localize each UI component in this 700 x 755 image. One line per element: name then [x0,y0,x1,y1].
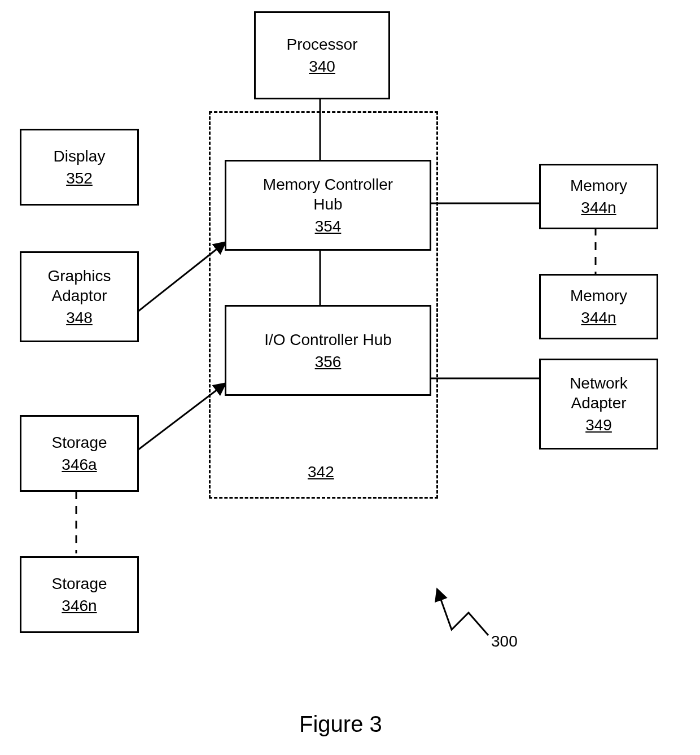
block-graphics: Graphics Adaptor 348 [20,251,139,342]
block-memory-top-label: Memory [570,176,627,195]
block-memory-top: Memory 344n [539,164,658,229]
block-network-adapter: Network Adapter 349 [539,359,658,449]
block-storage-n-ref: 346n [62,596,97,616]
block-display-ref: 352 [66,168,93,188]
chipset-ref: 342 [308,463,334,481]
block-memory-bot: Memory 344n [539,274,658,339]
block-processor-label: Processor [286,34,357,54]
block-display: Display 352 [20,129,139,206]
block-storage-n: Storage 346n [20,556,139,633]
block-mch-label: Memory Controller Hub [263,174,393,214]
diagram-canvas: Processor 340 342 Memory Controller Hub … [0,0,700,755]
block-memory-top-ref: 344n [581,198,616,217]
block-graphics-ref: 348 [66,308,93,328]
system-ref-label: 300 [491,632,518,651]
system-ref-pointer [438,590,488,635]
block-storage-a: Storage 346a [20,415,139,492]
block-display-label: Display [54,146,106,166]
block-memory-bot-label: Memory [570,286,627,306]
block-network-adapter-label: Network Adapter [570,373,628,413]
block-graphics-label: Graphics Adaptor [47,266,111,306]
block-processor: Processor 340 [254,11,390,99]
block-ich-label: I/O Controller Hub [264,330,392,350]
block-mch-ref: 354 [315,216,342,236]
block-storage-n-label: Storage [51,574,107,593]
block-network-adapter-ref: 349 [585,415,612,435]
block-memory-bot-ref: 344n [581,308,616,328]
block-storage-a-ref: 346a [62,455,97,474]
block-processor-ref: 340 [309,56,335,76]
block-ich: I/O Controller Hub 356 [225,305,431,396]
block-storage-a-label: Storage [51,433,107,452]
figure-caption: Figure 3 [299,712,382,737]
block-mch: Memory Controller Hub 354 [225,160,431,251]
block-ich-ref: 356 [315,352,342,372]
